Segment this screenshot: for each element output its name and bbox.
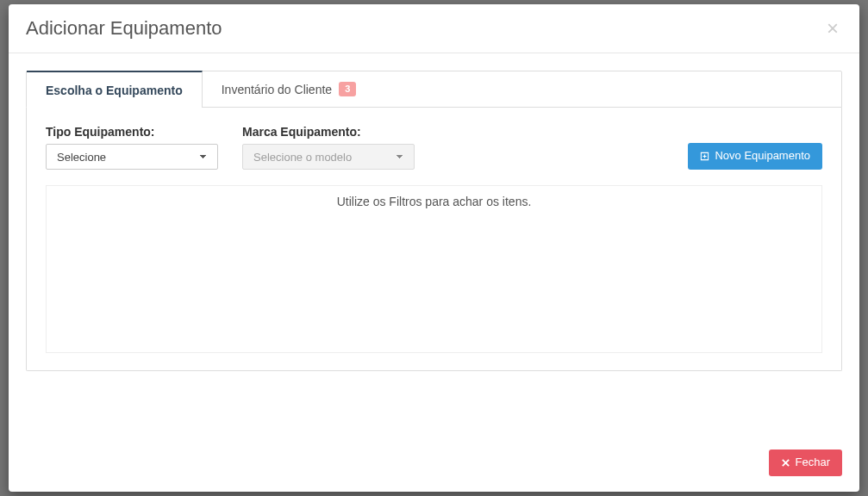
label-equipment-type: Tipo Equipamento:: [46, 125, 218, 139]
field-equipment-type: Tipo Equipamento: Selecione: [46, 125, 218, 170]
tab-panel-choose-equipment: Tipo Equipamento: Selecione Marca Equipa…: [26, 108, 842, 371]
new-equipment-button[interactable]: Novo Equipamento: [688, 143, 822, 170]
close-button[interactable]: Fechar: [769, 450, 842, 476]
button-label: Novo Equipamento: [715, 149, 810, 164]
results-area: Utilize os Filtros para achar os itens.: [46, 185, 822, 353]
filter-row: Tipo Equipamento: Selecione Marca Equipa…: [46, 125, 822, 170]
close-icon[interactable]: ×: [823, 18, 842, 39]
tab-label: Inventário do Cliente: [222, 83, 332, 96]
select-equipment-brand[interactable]: Selecione o modelo: [242, 144, 415, 170]
tab-choose-equipment[interactable]: Escolha o Equipamento: [27, 71, 203, 108]
label-equipment-brand: Marca Equipamento:: [242, 125, 415, 139]
tab-label: Escolha o Equipamento: [46, 84, 183, 97]
inventory-count-badge: 3: [339, 82, 356, 96]
modal-body: Escolha o Equipamento Inventário do Clie…: [9, 53, 859, 437]
plus-icon: [700, 152, 709, 161]
select-equipment-type[interactable]: Selecione: [46, 144, 218, 170]
button-label: Fechar: [796, 456, 830, 470]
tab-client-inventory[interactable]: Inventário do Cliente 3: [203, 71, 377, 107]
modal-add-equipment: Adicionar Equipamento × Escolha o Equipa…: [9, 4, 859, 492]
field-equipment-brand: Marca Equipamento: Selecione o modelo: [242, 125, 415, 170]
results-empty-text: Utilize os Filtros para achar os itens.: [337, 195, 532, 208]
modal-header: Adicionar Equipamento ×: [9, 4, 859, 53]
close-icon: [781, 458, 790, 468]
modal-footer: Fechar: [9, 437, 859, 492]
modal-title: Adicionar Equipamento: [26, 17, 222, 40]
tabs: Escolha o Equipamento Inventário do Clie…: [26, 71, 842, 108]
